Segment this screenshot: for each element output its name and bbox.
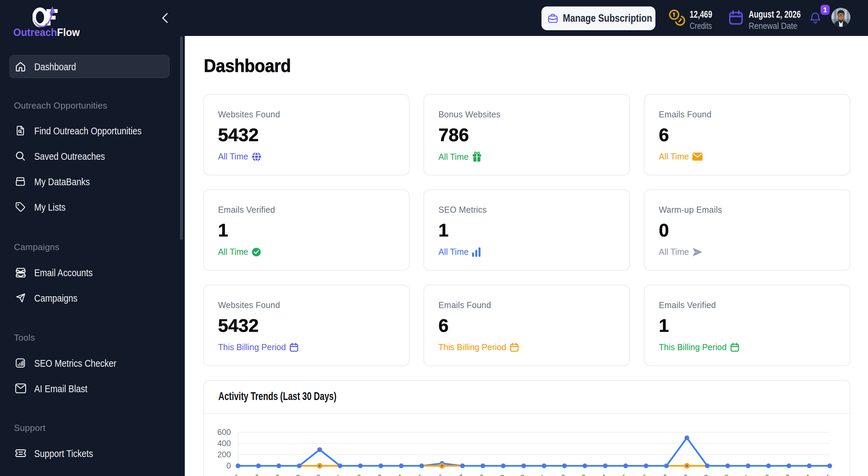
svg-text:Jul 9: Jul 9: [693, 472, 712, 476]
svg-text:Jun 26: Jun 26: [422, 472, 446, 476]
svg-text:Jul 13: Jul 13: [771, 472, 793, 476]
svg-text:Jul 12: Jul 12: [751, 472, 773, 476]
svg-text:Jun 25: Jun 25: [402, 472, 426, 476]
svg-text:0: 0: [226, 461, 231, 470]
svg-text:Jun 16: Jun 16: [218, 472, 242, 476]
svg-text:Jun 19: Jun 19: [280, 472, 303, 476]
svg-text:Jun 24: Jun 24: [382, 472, 406, 476]
svg-text:Jul 5: Jul 5: [611, 472, 630, 476]
svg-text:Jul 11: Jul 11: [731, 472, 752, 476]
svg-text:Jun 27: Jun 27: [443, 472, 467, 476]
svg-text:Jul 14: Jul 14: [792, 472, 813, 476]
svg-text:Jul 8: Jul 8: [672, 472, 691, 476]
svg-text:400: 400: [217, 439, 231, 448]
svg-text:Jul 10: Jul 10: [710, 472, 732, 476]
svg-text:Jun 17: Jun 17: [239, 472, 263, 476]
svg-text:Jul 7: Jul 7: [652, 472, 671, 476]
svg-text:Jun 18: Jun 18: [259, 472, 283, 476]
svg-text:Jun 20: Jun 20: [300, 472, 324, 476]
svg-text:Jun 29: Jun 29: [484, 472, 508, 476]
svg-text:Jul 15: Jul 15: [812, 472, 834, 476]
svg-text:Jul 6: Jul 6: [632, 472, 650, 476]
svg-text:Jun 21: Jun 21: [320, 472, 344, 476]
svg-text:Jul 2: Jul 2: [550, 472, 569, 476]
svg-text:Jul 1: Jul 1: [530, 472, 548, 476]
svg-text:200: 200: [217, 450, 231, 459]
svg-text:Jun 23: Jun 23: [361, 472, 385, 476]
svg-text:Jun 28: Jun 28: [463, 472, 487, 476]
svg-text:Jun 30: Jun 30: [504, 472, 528, 476]
svg-text:Jul 4: Jul 4: [591, 472, 610, 476]
svg-text:Jul 3: Jul 3: [570, 472, 589, 476]
svg-text:Jun 22: Jun 22: [341, 472, 364, 476]
svg-text:600: 600: [217, 427, 231, 437]
